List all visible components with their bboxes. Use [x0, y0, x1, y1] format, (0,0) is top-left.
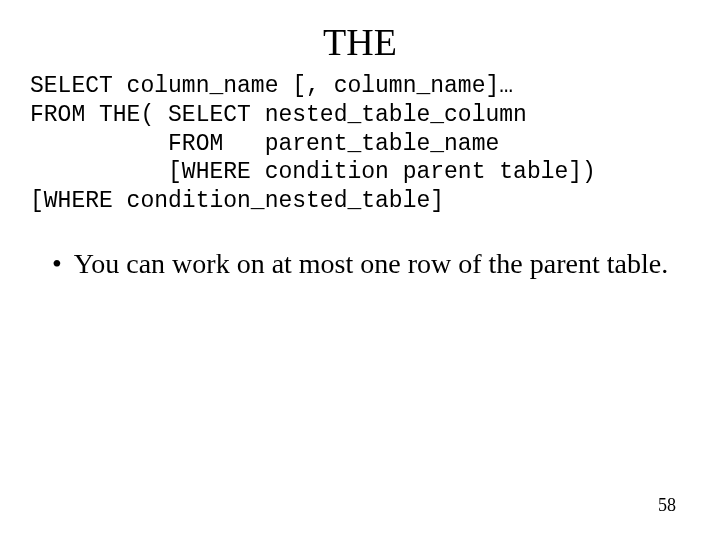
code-line-2: FROM THE( SELECT nested_table_column: [30, 102, 527, 128]
bullet-marker: •: [52, 246, 62, 281]
code-block: SELECT column_name [, column_name]… FROM…: [30, 72, 690, 216]
code-line-1: SELECT column_name [, column_name]…: [30, 73, 513, 99]
slide: THE SELECT column_name [, column_name]… …: [0, 0, 720, 540]
code-line-4: [WHERE condition parent table]): [30, 159, 596, 185]
bullet-item: • You can work on at most one row of the…: [46, 246, 690, 281]
bullet-text: You can work on at most one row of the p…: [74, 246, 690, 281]
slide-title: THE: [30, 20, 690, 64]
bullet-list: • You can work on at most one row of the…: [46, 246, 690, 281]
page-number: 58: [658, 495, 676, 516]
code-line-5: [WHERE condition_nested_table]: [30, 188, 444, 214]
code-line-3: FROM parent_table_name: [30, 131, 499, 157]
